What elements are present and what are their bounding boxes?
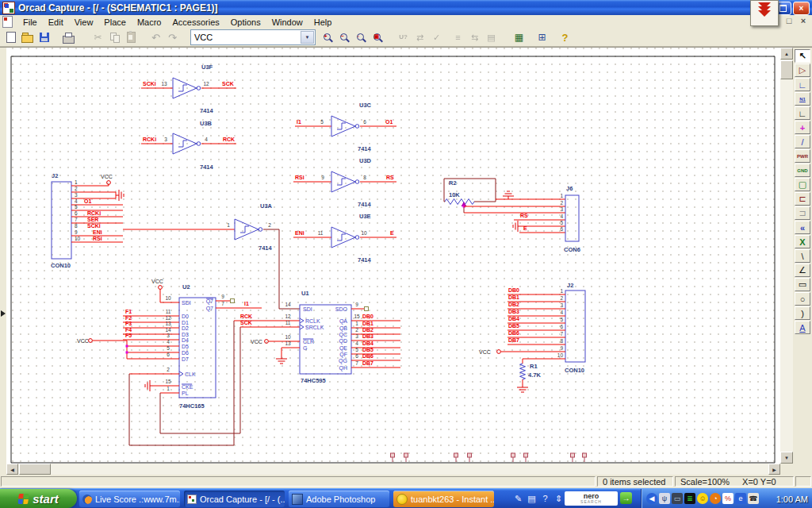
wireless-network-icon[interactable]: ψ (659, 493, 670, 504)
place-polyline-tool[interactable]: ∠ (795, 264, 810, 277)
help-viewer-icon[interactable]: ? (539, 492, 551, 505)
place-power-tool[interactable]: PWR (795, 149, 810, 163)
menu-edit[interactable]: Edit (43, 17, 69, 28)
zoom-in-button[interactable]: + (319, 29, 335, 46)
select-tool-icon: ↖ (799, 51, 806, 61)
place-line-tool[interactable]: \ (795, 249, 810, 263)
scheduler-icon[interactable]: ◔ (710, 493, 721, 504)
svg-text:DB6: DB6 (508, 330, 519, 336)
svg-text:U2: U2 (182, 283, 190, 291)
menu-help[interactable]: Help (308, 17, 338, 28)
project-manager-button[interactable]: ⊞ (534, 29, 550, 46)
place-rectangle-tool[interactable]: ▭ (795, 278, 810, 291)
place-off-page-connector-tool[interactable]: « (795, 221, 810, 234)
task-adobe-photoshop[interactable]: Adobe Photoshop (289, 491, 389, 507)
scroll-down-button[interactable]: ▼ (780, 452, 793, 464)
vertical-scroll-thumb[interactable] (780, 60, 793, 79)
pen-tool-icon[interactable]: ✎ (512, 492, 524, 505)
svg-text:R1: R1 (530, 363, 538, 370)
svg-text:DB3: DB3 (362, 333, 373, 339)
help-button[interactable]: ? (557, 29, 573, 46)
zarea-icon: ▫ (355, 32, 366, 43)
open-button[interactable] (19, 29, 36, 46)
place-no-connect-tool[interactable]: X (795, 235, 810, 248)
place-arc-tool[interactable]: ) (795, 306, 810, 320)
svg-text:QA: QA (339, 318, 347, 325)
svg-text:RCLK: RCLK (305, 318, 320, 324)
menu-place[interactable]: Place (98, 17, 132, 28)
place-junction-tool[interactable]: + (795, 121, 810, 134)
menu-accessories[interactable]: Accessories (167, 17, 224, 28)
place-net-alias-tool[interactable]: N1 (795, 92, 810, 106)
svg-text:10: 10 (75, 236, 81, 241)
zoom-out-button[interactable]: − (335, 29, 352, 46)
rollback-icon[interactable]: ◀ (646, 493, 657, 504)
mdi-restore-button[interactable]: □ (783, 16, 795, 25)
internet-explorer-icon[interactable]: e (735, 493, 746, 504)
svg-text:3: 3 (560, 302, 563, 308)
svg-text:9: 9 (221, 294, 224, 299)
svg-text:DB2: DB2 (508, 302, 519, 307)
toolbar: ✂↶↷ VCC ▼ +−▫▣U?⇄✓≡⇆▤▦⊞? (0, 29, 812, 47)
svg-text:VCC: VCC (77, 338, 89, 344)
combobox-dropdown-icon[interactable]: ▼ (301, 31, 314, 44)
save-button[interactable] (36, 29, 52, 46)
start-button[interactable]: start (0, 489, 77, 508)
part-search-combobox[interactable]: VCC ▼ (190, 29, 316, 45)
meter-icon[interactable]: % (722, 493, 733, 504)
place-wire-tool[interactable]: ∟ (795, 78, 810, 91)
svg-text:O1: O1 (385, 119, 393, 125)
download-manager-overlay-icon[interactable] (750, 0, 779, 26)
place-text-tool[interactable]: A (795, 321, 810, 334)
menu-view[interactable]: View (69, 17, 99, 28)
phone-dialer-icon[interactable]: ☎ (748, 493, 759, 504)
messenger-smiley-icon[interactable]: ☺ (697, 493, 708, 504)
menu-macro[interactable]: Macro (132, 17, 167, 28)
new-button[interactable] (2, 29, 19, 46)
toolbar-chevron-icon[interactable]: ⇕ (553, 492, 565, 505)
place-port-tool[interactable]: ⊏ (795, 192, 810, 206)
language-bar-icon[interactable]: ▤ (526, 492, 538, 505)
scroll-left-button[interactable]: ◀ (6, 464, 18, 475)
place-bus-entry-tool[interactable]: / (795, 135, 810, 148)
snap-icon: ▦ (515, 33, 523, 42)
zoom-area-button[interactable]: ▫ (352, 29, 369, 46)
place-hierarchical-block-tool[interactable]: ▢ (795, 178, 810, 191)
close-button[interactable]: × (793, 2, 810, 15)
annotate-button: U? (395, 29, 412, 46)
horizontal-scroll-thumb[interactable] (19, 464, 51, 475)
task-orcad-capture[interactable]: Orcad Capture - [/ - (... (184, 491, 285, 507)
scroll-up-button[interactable]: ▲ (780, 48, 793, 60)
svg-text:4: 4 (560, 310, 563, 315)
svg-text:2: 2 (167, 367, 170, 372)
mdi-close-button[interactable]: × (798, 16, 809, 25)
scroll-right-button[interactable]: ▶ (768, 464, 780, 475)
task-instant-messenger[interactable]: tuanbkt263 - Instant ... (393, 491, 494, 507)
nero-search-go-button[interactable]: → (620, 492, 632, 504)
place-part-tool[interactable]: ▷ (795, 64, 810, 77)
vertical-scrollbar[interactable]: ▲ ▼ (780, 48, 793, 464)
svg-text:6: 6 (167, 352, 170, 357)
svg-text:I1: I1 (244, 301, 249, 306)
svg-text:J2: J2 (567, 282, 573, 289)
place-ellipse-tool[interactable]: ○ (795, 292, 810, 306)
snap-to-grid-button[interactable]: ▦ (511, 29, 527, 46)
svg-text:13: 13 (161, 81, 167, 87)
menu-options[interactable]: Options (225, 17, 266, 28)
horizontal-scrollbar[interactable]: ◀ ▶ (6, 464, 780, 475)
select-tool[interactable]: ↖ (795, 49, 810, 63)
zoom-all-button[interactable]: ▣ (369, 29, 385, 46)
print-button[interactable] (60, 29, 77, 46)
menu-window[interactable]: Window (266, 17, 308, 28)
nero-search-box[interactable]: nero SEARCH (565, 491, 618, 506)
svg-text:4.7K: 4.7K (528, 371, 541, 379)
place-pin-tool[interactable]: ⊐ (795, 206, 810, 220)
display-settings-icon[interactable]: ▭ (672, 493, 683, 504)
place-bus-tool[interactable]: ∟ (795, 106, 810, 120)
task-live-score[interactable]: Live Score .:www.7m... (79, 491, 180, 507)
place-ground-tool[interactable]: GND (795, 164, 810, 177)
menu-file[interactable]: File (17, 17, 43, 28)
schematic-canvas[interactable]: SCKi1312SCKU3F7414RCKi34RCKU3B7414I156O1… (6, 48, 780, 464)
workspace: SCKi1312SCKU3F7414RCKi34RCKU3B7414I156O1… (0, 47, 812, 475)
equalizer-icon[interactable]: ≣ (684, 493, 695, 504)
